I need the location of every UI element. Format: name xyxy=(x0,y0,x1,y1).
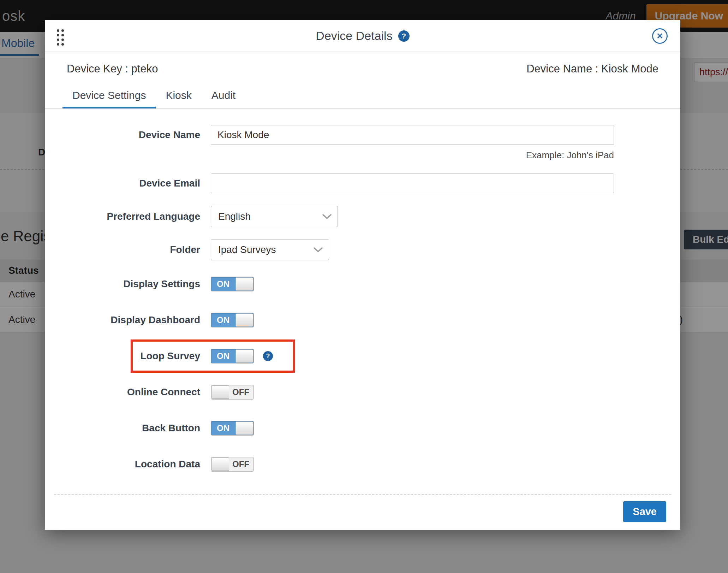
back-button-label: Back Button xyxy=(66,423,211,434)
display-dashboard-label: Display Dashboard xyxy=(66,314,211,326)
modal-header: Device Details ? ✕ xyxy=(45,20,680,52)
location-data-row: Location Data OFF xyxy=(66,457,659,472)
chevron-down-icon xyxy=(313,247,323,253)
back-button-toggle[interactable]: ON xyxy=(211,421,254,436)
modal-tabs: Device Settings Kiosk Audit xyxy=(45,84,680,109)
help-icon[interactable]: ? xyxy=(398,30,410,42)
device-name-row: Device Name Example: John's iPad xyxy=(66,125,659,161)
device-name-hint: Example: John's iPad xyxy=(211,150,614,161)
preferred-language-label: Preferred Language xyxy=(66,211,211,222)
page: osk Admin Upgrade Now Mobile https:// D … xyxy=(0,0,728,573)
display-dashboard-row: Display Dashboard ON xyxy=(66,313,659,327)
toggle-knob xyxy=(235,421,253,435)
loop-survey-toggle[interactable]: ON xyxy=(211,349,254,364)
display-settings-label: Display Settings xyxy=(66,278,211,290)
save-button[interactable]: Save xyxy=(623,501,666,522)
chevron-down-icon xyxy=(322,213,332,220)
device-email-input[interactable] xyxy=(211,173,614,193)
device-name-input[interactable] xyxy=(211,125,614,145)
folder-row: Folder Ipad Surveys xyxy=(66,239,659,260)
preferred-language-value: English xyxy=(218,211,251,222)
device-details-modal: Device Details ? ✕ Device Key : pteko De… xyxy=(45,20,680,530)
folder-select[interactable]: Ipad Surveys xyxy=(211,239,329,260)
toggle-state-label: ON xyxy=(217,279,229,289)
device-key-text: Device Key : pteko xyxy=(67,63,158,75)
toggle-knob xyxy=(235,349,253,363)
device-email-row: Device Email xyxy=(66,173,659,193)
device-name-label: Device Name xyxy=(66,129,211,141)
folder-value: Ipad Surveys xyxy=(218,244,276,255)
display-settings-toggle[interactable]: ON xyxy=(211,277,254,291)
tab-kiosk[interactable]: Kiosk xyxy=(156,84,201,108)
modal-body: Device Name Example: John's iPad Device … xyxy=(45,109,680,493)
online-connect-toggle[interactable]: OFF xyxy=(211,385,254,400)
toggle-state-label: OFF xyxy=(232,459,249,469)
tab-audit[interactable]: Audit xyxy=(202,84,245,108)
tab-device-settings[interactable]: Device Settings xyxy=(62,84,156,108)
toggle-knob xyxy=(211,457,229,471)
toggle-knob xyxy=(211,385,229,399)
folder-label: Folder xyxy=(66,244,211,255)
close-icon[interactable]: ✕ xyxy=(652,28,668,44)
preferred-language-select[interactable]: English xyxy=(211,206,338,227)
display-settings-row: Display Settings ON xyxy=(66,277,659,291)
loop-survey-row: Loop Survey ON ? xyxy=(66,349,659,364)
modal-subheader: Device Key : pteko Device Name : Kiosk M… xyxy=(45,52,680,84)
device-email-label: Device Email xyxy=(66,178,211,189)
toggle-state-label: ON xyxy=(217,315,229,325)
help-icon[interactable]: ? xyxy=(263,351,273,361)
modal-footer: Save xyxy=(54,494,671,530)
toggle-state-label: ON xyxy=(217,351,229,361)
toggle-knob xyxy=(235,277,253,291)
toggle-knob xyxy=(235,313,253,327)
location-data-toggle[interactable]: OFF xyxy=(211,457,254,472)
location-data-label: Location Data xyxy=(66,459,211,470)
drag-handle-icon[interactable] xyxy=(57,29,65,47)
preferred-language-row: Preferred Language English xyxy=(66,206,659,227)
online-connect-label: Online Connect xyxy=(66,386,211,398)
modal-title: Device Details xyxy=(316,29,392,43)
toggle-state-label: ON xyxy=(217,423,229,433)
online-connect-row: Online Connect OFF xyxy=(66,385,659,400)
toggle-state-label: OFF xyxy=(232,387,249,397)
back-button-row: Back Button ON xyxy=(66,421,659,436)
device-name-text: Device Name : Kiosk Mode xyxy=(526,63,658,75)
display-dashboard-toggle[interactable]: ON xyxy=(211,313,254,327)
loop-survey-label: Loop Survey xyxy=(66,350,211,362)
